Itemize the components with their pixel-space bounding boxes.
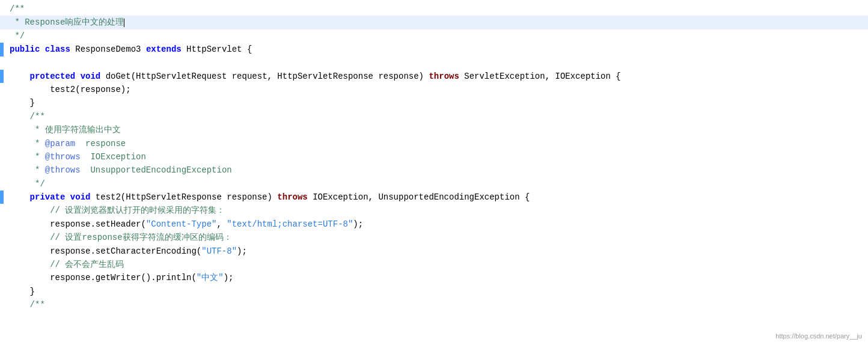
- line-gutter: [0, 110, 4, 123]
- watermark-text: https://blog.csdn.net/pary__ju: [775, 331, 862, 342]
- line-text: /**: [4, 110, 868, 123]
- line-gutter: [0, 29, 4, 43]
- line-gutter: [0, 123, 4, 136]
- line-text: * @param response: [4, 137, 868, 150]
- line-gutter: [0, 285, 4, 298]
- line-gutter: [0, 70, 4, 83]
- line-text: * @throws UnsupportedEncodingException: [4, 163, 868, 177]
- line-text: * @throws IOException: [4, 150, 868, 163]
- code-line: [0, 56, 868, 70]
- code-line: * Response响应中文的处理: [0, 16, 868, 29]
- code-line: // 会不会产生乱码: [0, 258, 868, 271]
- line-text: protected void doGet(HttpServletRequest …: [4, 70, 868, 83]
- code-line: // 设置response获得字符流的缓冲区的编码：: [0, 231, 868, 244]
- line-gutter: [0, 298, 4, 311]
- line-text: test2(response);: [4, 83, 868, 96]
- code-line: /**: [0, 110, 868, 123]
- code-content: /** * Response响应中文的处理 */public class Res…: [0, 0, 868, 314]
- code-line: /**: [0, 2, 868, 16]
- code-line: */: [0, 177, 868, 191]
- line-gutter: [0, 163, 4, 177]
- code-line: response.setCharacterEncoding("UTF-8");: [0, 245, 868, 258]
- line-gutter: [0, 83, 4, 96]
- line-text: // 会不会产生乱码: [4, 258, 868, 271]
- line-gutter: [0, 218, 4, 231]
- line-gutter: [0, 245, 4, 258]
- code-line: }: [0, 96, 868, 109]
- line-gutter: [0, 96, 4, 109]
- line-text: }: [4, 285, 868, 298]
- line-gutter: [0, 56, 4, 70]
- line-text: }: [4, 96, 868, 109]
- line-text: [4, 56, 868, 70]
- code-line: // 设置浏览器默认打开的时候采用的字符集：: [0, 204, 868, 217]
- line-gutter: [0, 137, 4, 150]
- line-text: public class ResponseDemo3 extends HttpS…: [4, 43, 868, 56]
- code-line: * @throws UnsupportedEncodingException: [0, 163, 868, 177]
- code-line: response.getWriter().println("中文");: [0, 271, 868, 284]
- line-gutter: [0, 150, 4, 163]
- code-line: }: [0, 285, 868, 298]
- code-line: * @param response: [0, 137, 868, 150]
- line-text: /**: [4, 298, 868, 311]
- code-editor: /** * Response响应中文的处理 */public class Res…: [0, 0, 868, 348]
- code-line: test2(response);: [0, 83, 868, 96]
- line-text: */: [4, 177, 868, 191]
- code-line: response.setHeader("Content-Type", "text…: [0, 218, 868, 231]
- line-gutter: [0, 16, 4, 29]
- line-gutter: [0, 204, 4, 217]
- line-text: * 使用字符流输出中文: [4, 123, 868, 136]
- line-text: response.getWriter().println("中文");: [4, 271, 868, 284]
- line-gutter: [0, 2, 4, 16]
- code-line: */: [0, 29, 868, 43]
- line-text: /**: [4, 2, 868, 16]
- line-text: */: [4, 29, 868, 43]
- line-gutter: [0, 191, 4, 204]
- line-text: response.setCharacterEncoding("UTF-8");: [4, 245, 868, 258]
- line-text: * Response响应中文的处理: [4, 16, 868, 29]
- code-line: /**: [0, 298, 868, 311]
- code-line: protected void doGet(HttpServletRequest …: [0, 70, 868, 83]
- line-gutter: [0, 258, 4, 271]
- line-gutter: [0, 231, 4, 244]
- line-text: private void test2(HttpServletResponse r…: [4, 191, 868, 204]
- code-line: * @throws IOException: [0, 150, 868, 163]
- code-line: public class ResponseDemo3 extends HttpS…: [0, 43, 868, 56]
- line-gutter: [0, 177, 4, 191]
- line-text: // 设置浏览器默认打开的时候采用的字符集：: [4, 204, 868, 217]
- line-gutter: [0, 271, 4, 284]
- code-line: * 使用字符流输出中文: [0, 123, 868, 136]
- line-gutter: [0, 43, 4, 56]
- line-text: // 设置response获得字符流的缓冲区的编码：: [4, 231, 868, 244]
- code-line: private void test2(HttpServletResponse r…: [0, 191, 868, 204]
- line-text: response.setHeader("Content-Type", "text…: [4, 218, 868, 231]
